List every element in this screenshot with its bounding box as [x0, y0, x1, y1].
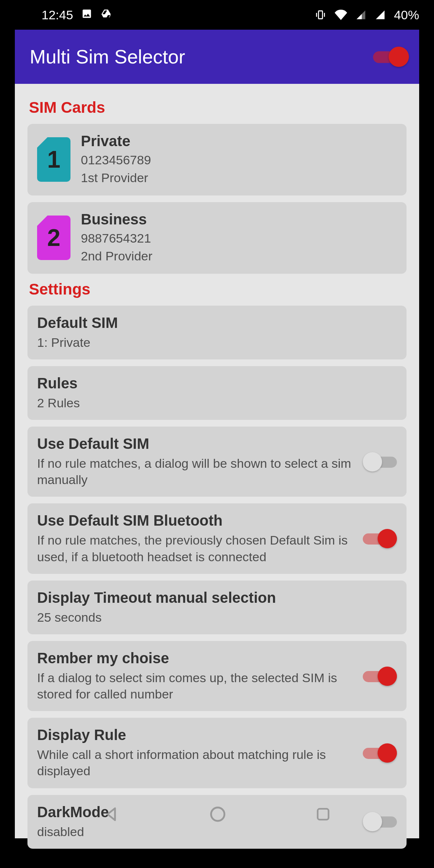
setting-use-default-sim[interactable]: Use Default SIM If no rule matches, a di…	[27, 427, 407, 497]
svg-rect-2	[318, 809, 328, 819]
setting-remember[interactable]: Rember my choise If a dialog to select s…	[27, 641, 407, 711]
display-rule-switch[interactable]	[363, 743, 397, 763]
sim-2-icon: 2	[37, 216, 70, 260]
use-default-desc: If no rule matches, a dialog will be sho…	[37, 455, 355, 488]
sim-2-slot: 2	[47, 224, 60, 251]
nav-recent-button[interactable]	[315, 806, 331, 822]
use-default-bt-title: Use Default SIM Bluetooth	[37, 512, 355, 529]
remember-switch[interactable]	[363, 667, 397, 686]
remember-desc: If a dialog to select sim comes up, the …	[37, 670, 355, 702]
nav-bar	[15, 790, 419, 838]
wifi-icon	[335, 10, 347, 20]
drive-icon	[101, 8, 112, 22]
sim-2-number: 9887654321	[81, 230, 397, 247]
rules-title: Rules	[37, 375, 397, 392]
use-default-bt-desc: If no rule matches, the previously chose…	[37, 532, 355, 565]
timeout-value: 25 seconds	[37, 609, 397, 625]
setting-use-default-bt[interactable]: Use Default SIM Bluetooth If no rule mat…	[27, 503, 407, 573]
section-sim-cards: SIM Cards	[29, 99, 407, 116]
display-rule-desc: While call a short information about mat…	[37, 746, 355, 779]
sim-card-1[interactable]: 1 Private 0123456789 1st Provider	[27, 124, 407, 195]
display-rule-title: Display Rule	[37, 727, 355, 743]
sim-1-icon: 1	[37, 137, 70, 182]
sim-1-provider: 1st Provider	[81, 170, 397, 187]
svg-point-1	[211, 808, 224, 821]
sim-2-provider: 2nd Provider	[81, 248, 397, 265]
app-title: Multi Sim Selector	[30, 46, 185, 68]
nav-home-button[interactable]	[209, 805, 227, 823]
use-default-title: Use Default SIM	[37, 435, 355, 452]
default-sim-title: Default SIM	[37, 315, 397, 331]
rules-value: 2 Rules	[37, 395, 397, 411]
sim-1-number: 0123456789	[81, 152, 397, 169]
signal-1-icon	[355, 10, 366, 20]
vibrate-icon	[315, 9, 326, 21]
setting-rules[interactable]: Rules 2 Rules	[27, 366, 407, 420]
sim-2-label: Business	[81, 211, 397, 228]
use-default-switch[interactable]	[363, 452, 397, 471]
signal-2-icon	[375, 10, 386, 20]
timeout-title: Display Timeout manual selection	[37, 589, 397, 606]
sim-1-slot: 1	[47, 146, 60, 173]
image-icon	[81, 8, 92, 22]
content: SIM Cards 1 Private 0123456789 1st Provi…	[15, 84, 419, 849]
status-battery: 40%	[394, 8, 419, 22]
use-default-bt-switch[interactable]	[363, 529, 397, 548]
master-switch[interactable]	[373, 47, 409, 67]
status-right: 40%	[315, 8, 419, 22]
svg-rect-0	[319, 11, 323, 19]
nav-back-button[interactable]	[103, 805, 121, 823]
status-bar: 12:45 40%	[0, 0, 434, 30]
sim-card-2[interactable]: 2 Business 9887654321 2nd Provider	[27, 202, 407, 274]
remember-title: Rember my choise	[37, 650, 355, 667]
app-bar: Multi Sim Selector	[15, 30, 419, 84]
sim-1-label: Private	[81, 133, 397, 149]
status-left: 12:45	[15, 8, 112, 22]
setting-timeout[interactable]: Display Timeout manual selection 25 seco…	[27, 581, 407, 634]
setting-display-rule[interactable]: Display Rule While call a short informat…	[27, 718, 407, 788]
section-settings: Settings	[29, 280, 407, 298]
status-time: 12:45	[42, 8, 73, 22]
default-sim-value: 1: Private	[37, 334, 397, 351]
app-window: Multi Sim Selector SIM Cards 1 Private 0…	[15, 30, 419, 838]
setting-default-sim[interactable]: Default SIM 1: Private	[27, 306, 407, 359]
